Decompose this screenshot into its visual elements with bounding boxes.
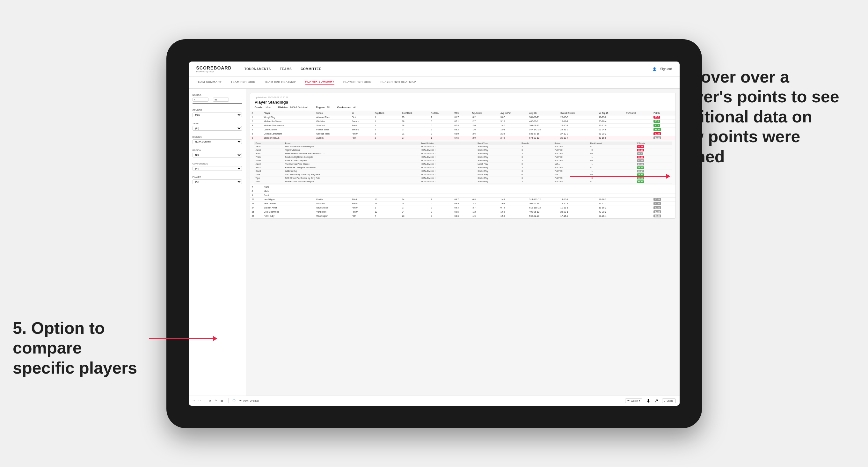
filter-region: Region: All (316, 106, 330, 109)
nav-link-teams[interactable]: TEAMS (280, 67, 292, 71)
cell-num: 1 (250, 115, 262, 119)
sub-nav-player-summary[interactable]: PLAYER SUMMARY (305, 80, 334, 85)
cell-adj-score: -3.7 (470, 206, 499, 210)
main-content: No Rds. - Gender Men (189, 89, 680, 396)
col-wins: Wins (453, 111, 470, 115)
sub-nav-player-h2h-grid[interactable]: PLAYER H2H GRID (343, 80, 372, 85)
undo-btn[interactable]: ↩ (192, 399, 195, 402)
sidebar-conference-select[interactable]: (All) (192, 166, 242, 171)
sub-nav-team-summary[interactable]: TEAM SUMMARY (196, 80, 222, 85)
cell-yr: Fourth (350, 210, 373, 214)
sidebar-player-select[interactable]: (All) (192, 180, 242, 184)
arrowhead-left (213, 336, 217, 341)
sidebar-region-select[interactable]: N/A (192, 153, 242, 157)
nav-link-committee[interactable]: COMMITTEE (301, 67, 321, 71)
exp-cell-rounds: 3 (520, 145, 553, 148)
sub-nav: TEAM SUMMARY TEAM H2H GRID TEAM H2H HEAT… (189, 77, 680, 89)
sidebar-year-select[interactable]: (All) (192, 126, 242, 131)
clock-btn[interactable]: 🕐 (232, 399, 236, 402)
view-btn[interactable]: 👁 View: Original (239, 399, 258, 402)
cell-conf-rank: 24 (400, 197, 429, 201)
table-row: 23 Jack Lundin Missouri Fourth 11 24 0 6… (250, 201, 676, 206)
toolbar-icon-1[interactable]: ⬇ (646, 398, 650, 404)
cell-num: 9 (250, 193, 262, 197)
redo-btn[interactable]: ↪ (198, 399, 201, 402)
cell-num: 5 (250, 132, 262, 136)
copy-btn[interactable]: ⧉ (215, 399, 217, 402)
cell-points[interactable]: 59.95 (652, 210, 675, 214)
sidebar-division-select[interactable]: NCAA Division I (192, 139, 242, 144)
cell-points[interactable]: 60.27 (652, 201, 675, 206)
cell-reg-rank: 7 (373, 214, 400, 218)
sub-nav-team-h2h-heatmap[interactable]: TEAM H2H HEATMAP (264, 80, 296, 85)
cell-no-rds: 1 (429, 136, 453, 140)
cell-player: Bastien Amat (262, 206, 315, 210)
cell-points[interactable]: 58.49 (652, 214, 675, 218)
cell-avg-to-par: 2.72 (499, 136, 528, 140)
cell-conf-rank: 15 (400, 115, 429, 119)
col-points: Points (652, 111, 675, 115)
cell-vs-top25: 27-21-0 (597, 123, 624, 127)
sidebar-rds-to[interactable] (213, 97, 229, 102)
cell-reg-rank: 2 (373, 136, 400, 140)
cell-player: Jackson Koivun (262, 136, 315, 140)
cell-points[interactable]: 68.2 (652, 115, 675, 119)
exp-cell-division: NCAA Division I (419, 152, 476, 155)
cell-wins: 68.5 (453, 201, 470, 206)
cell-points[interactable]: 60.02 (652, 206, 675, 210)
cell-num: 22 (250, 197, 262, 201)
exp-cell-rank: +1 (589, 166, 635, 169)
cell-player: Michael La Sasso (262, 119, 315, 123)
filter-conference: Conference: All (337, 106, 356, 109)
exp-col-division: Event Division (419, 142, 476, 145)
cell-vs-top50 (624, 127, 652, 132)
cell-wins: 68.2 (453, 127, 470, 132)
filter-btn[interactable]: ⚙ (209, 399, 211, 402)
cell-vs-top25: 17-23-0 (597, 115, 624, 119)
exp-cell-division: NCAA Division I (419, 166, 476, 169)
watch-btn[interactable]: 👁 Watch ▾ (625, 399, 642, 403)
arrow-overlay-right (570, 174, 670, 179)
nav-link-tournaments[interactable]: TOURNAMENTS (245, 67, 271, 71)
sign-out-link[interactable]: Sign out (660, 67, 672, 71)
sidebar-slider-fill (192, 103, 242, 104)
cell-avg-sg: 208-09-13 (528, 123, 559, 127)
cell-num: 23 (250, 201, 262, 206)
exp-cell-points: 73.33 (635, 155, 672, 159)
sub-nav-player-h2h-heatmap[interactable]: PLAYER H2H HEATMAP (381, 80, 416, 85)
cell-points[interactable]: 60.68 (652, 197, 675, 201)
exp-cell-type: Stroke Play (476, 180, 520, 183)
cell-points[interactable]: 76.3 (652, 119, 675, 123)
exp-cell-rounds: 3 (520, 180, 553, 183)
exp-col-type: Event Type (476, 142, 520, 145)
layout-btn[interactable]: ▦ · (221, 399, 224, 402)
sidebar-rds-from[interactable] (192, 97, 209, 102)
watch-icon: 👁 (627, 399, 630, 402)
exp-cell-rank: +1 (589, 180, 635, 183)
cell-points[interactable]: 70.2 (652, 123, 675, 127)
cell-rest (315, 189, 675, 193)
table-row: 3 Michael Thorbjornsen Stanford Fourth 1… (250, 123, 676, 127)
col-avg-sg: Avg SG (528, 111, 559, 115)
cell-points[interactable]: 68.18 (652, 136, 675, 140)
share-btn[interactable]: ⤴ Share (662, 399, 676, 403)
col-yr: Yr (350, 111, 373, 115)
cell-school: Stanford (315, 123, 350, 127)
sidebar-rds-sep: - (210, 98, 211, 101)
cell-yr: Second (350, 119, 373, 123)
toolbar-icon-2[interactable]: ↗ (654, 398, 658, 404)
exp-cell-division: NCAA Division I (419, 169, 476, 173)
sidebar-gender-select[interactable]: Men (192, 113, 242, 117)
cell-rest (315, 185, 675, 189)
cell-points[interactable]: 80.89 (652, 132, 675, 136)
cell-school: Florida (315, 197, 350, 201)
watch-chevron: ▾ (639, 399, 640, 402)
exp-col-rounds: Rounds (520, 142, 553, 145)
sub-nav-team-h2h-grid[interactable]: TEAM H2H GRID (231, 80, 256, 85)
cell-overall: 10-11-1 (559, 206, 597, 210)
exp-cell-rank: +0 (589, 159, 635, 162)
cell-overall: 22-10-3 (559, 123, 597, 127)
cell-no-rds: 0 (429, 123, 453, 127)
arrowhead-right (666, 174, 670, 179)
cell-points[interactable]: 88.94 (652, 127, 675, 132)
